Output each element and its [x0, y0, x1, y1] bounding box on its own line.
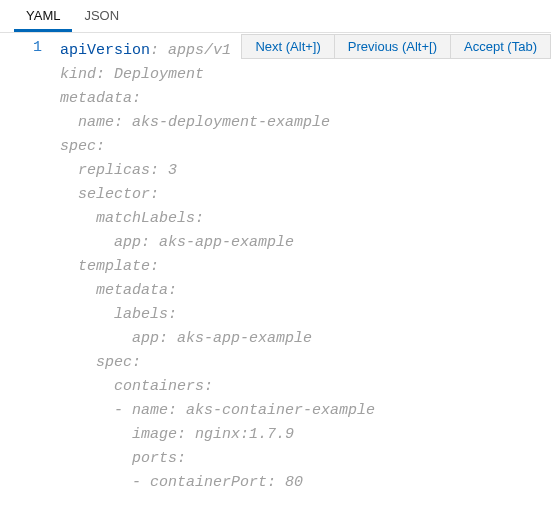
code-suggestion-line: ports:	[60, 450, 186, 467]
code-content[interactable]: apiVersion: apps/v1 kind: Deployment met…	[60, 35, 551, 495]
code-suggestion-line: matchLabels:	[60, 210, 204, 227]
previous-suggestion-button[interactable]: Previous (Alt+[)	[335, 35, 451, 58]
code-suggestion-line: - name: aks-container-example	[60, 402, 375, 419]
accept-suggestion-button[interactable]: Accept (Tab)	[451, 35, 550, 58]
code-suggestion-line: spec:	[60, 138, 105, 155]
next-suggestion-button[interactable]: Next (Alt+])	[242, 35, 334, 58]
code-suggestion-line: image: nginx:1.7.9	[60, 426, 294, 443]
line-number-gutter: 1	[0, 35, 60, 495]
code-suggestion-line: metadata:	[60, 282, 177, 299]
code-suggestion-line: replicas: 3	[60, 162, 177, 179]
code-suggestion-line: labels:	[60, 306, 177, 323]
code-suggestion-line: app: aks-app-example	[60, 330, 312, 347]
code-suggestion-line: template:	[60, 258, 159, 275]
code-suggestion-line: selector:	[60, 186, 159, 203]
code-suggestion-line: - containerPort: 80	[60, 474, 303, 491]
code-suggestion-line: kind: Deployment	[60, 66, 204, 83]
tab-yaml[interactable]: YAML	[14, 0, 72, 32]
code-suggestion-line: metadata:	[60, 90, 141, 107]
code-colon: :	[150, 42, 168, 59]
tab-bar: YAML JSON Next (Alt+]) Previous (Alt+[) …	[0, 0, 551, 33]
line-number: 1	[0, 39, 42, 56]
code-value: apps/v1	[168, 42, 231, 59]
tab-json[interactable]: JSON	[72, 0, 131, 32]
suggestion-toolbar: Next (Alt+]) Previous (Alt+[) Accept (Ta…	[241, 34, 551, 59]
code-editor[interactable]: 1 apiVersion: apps/v1 kind: Deployment m…	[0, 35, 551, 495]
code-suggestion-line: containers:	[60, 378, 213, 395]
code-suggestion-line: app: aks-app-example	[60, 234, 294, 251]
code-suggestion-line: spec:	[60, 354, 141, 371]
code-key-typed: apiVersion	[60, 42, 150, 59]
code-suggestion-line: name: aks-deployment-example	[60, 114, 330, 131]
